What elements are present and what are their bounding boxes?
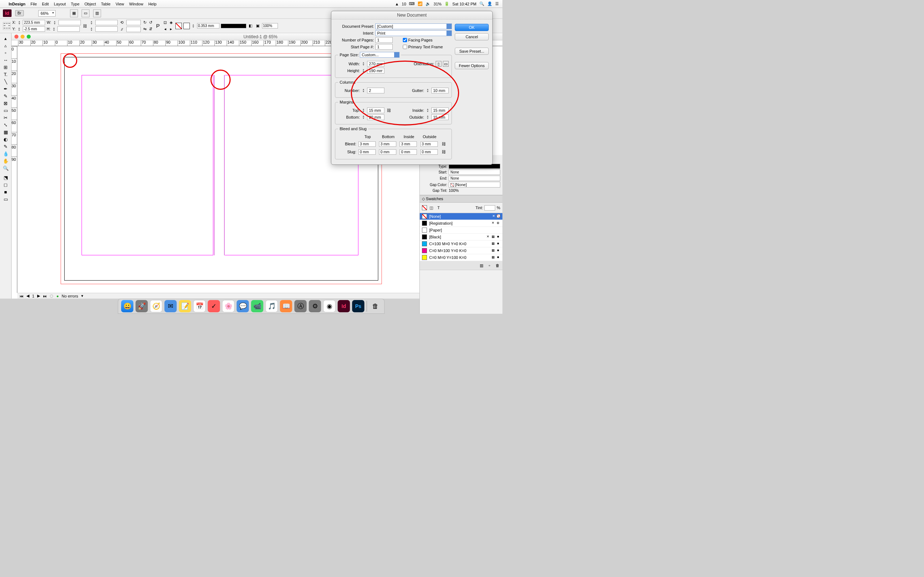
content-collector-tool[interactable]: ⊞ [1,63,10,71]
menu-object[interactable]: Object [84,2,96,6]
dock-chrome-icon[interactable]: ◉ [323,300,336,312]
scissors-tool[interactable]: ✂ [1,114,10,121]
flip-v-icon[interactable]: ⇵ [148,26,154,32]
orientation-landscape-icon[interactable]: ▭ [443,61,449,67]
type-tool[interactable]: T. [1,71,10,78]
select-next-icon[interactable]: ▸ [168,26,174,32]
wifi-icon[interactable]: 📶 [418,2,423,6]
flip-h-icon[interactable]: ⇋ [142,26,148,32]
apply-color[interactable]: ■ [1,188,10,195]
free-transform-tool[interactable]: ⤡ [1,121,10,128]
fill-stroke-swap[interactable]: ⬔ [1,174,10,181]
preflight-status[interactable]: No errors [62,294,78,298]
reference-point[interactable] [3,22,11,30]
page-nav-first-icon[interactable]: ⏮ [19,294,23,298]
direct-selection-tool[interactable]: ▵ [1,42,10,49]
rectangle-tool[interactable]: ▭ [1,107,10,114]
swatch-magenta[interactable]: C=0 M=100 Y=0 K=0▦■ [420,247,502,254]
note-tool[interactable]: ✎ [1,143,10,150]
dock-messages-icon[interactable]: 💬 [237,300,249,312]
user-icon[interactable]: 👤 [487,2,492,6]
line-tool[interactable]: ╲ [1,78,10,85]
dock-facetime-icon[interactable]: 📹 [251,300,263,312]
new-swatch-icon[interactable]: ▫ [486,263,492,268]
dock-photoshop-icon[interactable]: Ps [352,300,365,312]
window-minimize-icon[interactable] [21,35,24,39]
menu-edit[interactable]: Edit [42,2,49,6]
facing-pages-checkbox[interactable] [403,38,407,42]
ok-button[interactable]: OK [455,24,489,31]
pencil-tool[interactable]: ✎ [1,92,10,100]
swatch-libraries-icon[interactable]: ▥ [478,263,485,268]
dock-indesign-icon[interactable]: Id [338,300,350,312]
rotate-ccw-icon[interactable]: ↺ [148,20,154,26]
status-dropdown-icon[interactable]: ▾ [81,293,83,298]
adobe-cc-icon[interactable]: ▲ [395,2,399,6]
default-fill-stroke[interactable]: ◻ [1,181,10,188]
rectangle-frame-tool[interactable]: ⊠ [1,100,10,107]
pages-input[interactable] [375,37,393,43]
notification-center-icon[interactable]: ☰ [495,2,499,6]
menu-window[interactable]: Window [129,2,143,6]
dock-trash-icon[interactable]: 🗑 [369,300,381,312]
y-input[interactable] [23,26,45,32]
menu-layout[interactable]: Layout [54,2,66,6]
bleed-inside-input[interactable] [399,141,417,147]
menu-view[interactable]: View [115,2,124,6]
gap-tool[interactable]: ↔ [1,56,10,63]
slug-inside-input[interactable] [399,149,417,155]
window-zoom-icon[interactable] [27,35,31,39]
col-number-input[interactable] [367,88,384,93]
battery-icon[interactable]: 🔋 [444,2,449,6]
link-slug-icon[interactable]: ⛓ [441,149,447,155]
stroke-style-dropdown[interactable] [221,24,246,28]
vertical-ruler[interactable]: 0102030405060708090 [11,46,17,293]
constrain-icon[interactable]: ⛓ [82,23,88,29]
page-number[interactable]: 1 [32,294,34,298]
select-container-icon[interactable]: ⊡ [162,20,168,26]
gap-color-dropdown[interactable]: [None] [449,182,500,187]
scale-x-input[interactable] [95,20,118,25]
w-input[interactable] [58,20,81,25]
stroke-fill-toggle[interactable] [183,23,190,29]
dock-mail-icon[interactable]: ✉ [165,300,177,312]
margin-outside-input[interactable] [431,114,449,120]
page-nav-prev-icon[interactable]: ◀ [26,293,29,298]
stroke-start-dropdown[interactable]: None [449,169,500,175]
spotlight-icon[interactable]: 🔍 [479,2,485,6]
menu-help[interactable]: Help [149,2,157,6]
start-page-input[interactable] [375,44,393,50]
keyboard-icon[interactable]: ⌨ [409,2,415,6]
bleed-bottom-input[interactable] [379,141,396,147]
swatch-yellow[interactable]: C=0 M=0 Y=100 K=0▦■ [420,254,502,261]
link-bleed-icon[interactable]: ⛓ [441,141,447,147]
menu-type[interactable]: Type [71,2,79,6]
swatches-panel-tab[interactable]: ◇ Swatches [420,195,502,203]
swatch-black[interactable]: [Black]✕▦■ [420,234,502,240]
dock-ibooks-icon[interactable]: 📖 [280,300,292,312]
stroke-end-dropdown[interactable]: None [449,176,500,181]
primary-text-frame-checkbox[interactable] [403,45,407,49]
dock-photos-icon[interactable]: 🌸 [222,300,234,312]
screen-mode-icon[interactable]: ▭ [82,10,89,17]
fewer-options-button[interactable]: Fewer Options [455,62,489,69]
dock-calendar-icon[interactable]: 📅 [194,300,206,312]
margin-bottom-input[interactable] [367,114,384,120]
dock-finder-icon[interactable]: 😀 [121,300,134,312]
swatches-stroke-toggle-icon[interactable]: ◫ [428,205,434,211]
effects-icon[interactable]: ◧ [247,23,254,29]
page-nav-last-icon[interactable]: ⏭ [43,294,47,298]
page-nav-next-icon[interactable]: ▶ [37,293,40,298]
menu-file[interactable]: File [30,2,37,6]
bridge-button[interactable]: Br [15,10,24,16]
clock[interactable]: Sat 10:42 PM [452,2,477,6]
gradient-swatch-tool[interactable]: ▦ [1,128,10,135]
margin-inside-input[interactable] [431,108,449,113]
slug-outside-input[interactable] [420,149,438,155]
swatch-cyan[interactable]: C=100 M=0 Y=0 K=0▦■ [420,240,502,247]
gap-tint-value[interactable]: 100% [449,188,459,193]
x-input[interactable] [23,20,45,25]
link-margins-icon[interactable]: ⛓ [386,108,392,113]
shear-input[interactable] [126,27,141,32]
select-content-icon[interactable]: ◈ [168,20,174,26]
